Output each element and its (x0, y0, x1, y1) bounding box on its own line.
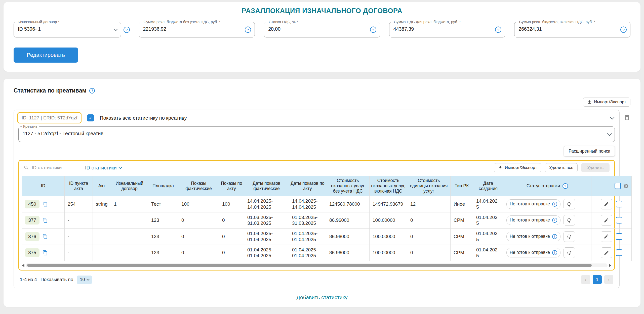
table-row: 375 - 123 0 0 01.04.2025- 01.04.2025 01.… (22, 245, 632, 261)
creative-panel-row: ID: 1127 | ERID: 5T2dYqzf ✓ Показать всю… (14, 110, 630, 288)
cell-unit-cost: 0 (407, 229, 451, 245)
import-export-button[interactable]: Импорт/Экспорт (583, 98, 630, 107)
field-value: ID 5306- 1 (18, 26, 108, 32)
search-icon (24, 165, 29, 170)
prev-page-button[interactable]: ‹ (581, 275, 590, 284)
scrollbar-thumb[interactable] (27, 264, 592, 267)
chevron-down-icon[interactable] (114, 27, 118, 31)
copy-icon[interactable] (43, 234, 48, 239)
per-page-select[interactable]: 10 (77, 276, 92, 284)
advanced-search-button[interactable]: Расширенный поиск (564, 146, 615, 156)
scroll-left-arrow[interactable] (22, 264, 24, 267)
horizontal-scrollbar[interactable] (22, 263, 612, 267)
search-field-dropdown[interactable]: ID статистики (85, 165, 122, 171)
cell-status: Не готов к отправке i (503, 212, 591, 229)
field-value: 221936,92 (143, 26, 242, 32)
vat-rate-field[interactable]: Ставка НДС, % * 20,00 ? (264, 22, 380, 37)
advanced-search-row: Расширенный поиск (18, 146, 615, 156)
page: РАЗАЛЛОКАЦИЯ ИЗНАЧАЛЬНОГО ДОГОВОРА Изнач… (0, 0, 644, 314)
edit-row-button[interactable] (601, 215, 612, 226)
delete-all-button[interactable]: Удалить все (545, 163, 578, 172)
cell-impressions-fact: 0 (178, 212, 219, 229)
row-checkbox[interactable] (616, 217, 622, 223)
cell-created: 01.04.2025 (473, 212, 503, 229)
refresh-button[interactable] (564, 199, 575, 209)
creative-panel-header[interactable]: ID: 1127 | ERID: 5T2dYqzf ✓ Показать всю… (14, 110, 619, 125)
header-unit-cost: Стоимость единицы оказания услуг (407, 176, 451, 196)
field-wrap-initial-contract: Изначальный договор * ID 5306- 1 ? (14, 22, 130, 37)
table-import-export-button[interactable]: Импорт/Экспорт (494, 163, 541, 172)
add-statistic-button[interactable]: Добавить статистику (297, 294, 348, 300)
row-checkbox[interactable] (616, 233, 622, 240)
help-icon[interactable]: ? (370, 27, 376, 33)
row-id-badge: 450 (25, 200, 39, 208)
page-1-button[interactable]: 1 (593, 275, 602, 284)
per-page-label: Показывать по (41, 277, 73, 282)
edit-row-button[interactable] (601, 199, 612, 209)
statistics-table-region: ID статистики Импорт/Экспорт Удалить все… (18, 160, 615, 271)
field-label: Сумма рекл. бюджета, включая НДС, руб. * (517, 20, 597, 24)
refresh-button[interactable] (564, 231, 575, 242)
cell-impressions-fact: 100 (178, 196, 219, 212)
help-icon[interactable]: ? (89, 88, 95, 94)
cell-cost-no-vat: 124560.78000 (326, 196, 370, 212)
help-icon[interactable]: ? (562, 183, 568, 189)
row-checkbox[interactable] (616, 201, 622, 207)
status-label: Не готов к отправке (510, 250, 550, 255)
select-all-checkbox[interactable] (615, 183, 621, 189)
info-icon[interactable]: i (552, 234, 557, 239)
header-impressions-act: Показы по акту (219, 176, 244, 196)
edit-row-button[interactable] (601, 247, 612, 258)
header-created: Дата создания (473, 176, 503, 196)
refresh-button[interactable] (564, 215, 575, 226)
vat-amount-field[interactable]: Сумма НДС для рекл. бюджета, руб. * 4438… (389, 22, 505, 37)
chevron-down-icon[interactable] (607, 131, 612, 136)
show-all-checkbox[interactable]: ✓ (87, 114, 94, 121)
stats-head: Статистика по креативам ? (14, 87, 630, 94)
row-id-badge: 376 (25, 232, 39, 241)
help-icon[interactable]: ? (495, 27, 501, 33)
row-checkbox[interactable] (616, 249, 622, 256)
search-input[interactable] (32, 165, 74, 170)
cell-dates-fact: 01.04.2025- 01.04.2025 (244, 229, 289, 245)
scrollbar-track[interactable] (26, 263, 608, 267)
initial-contract-select[interactable]: Изначальный договор * ID 5306- 1 (14, 22, 121, 37)
copy-icon[interactable] (43, 201, 48, 207)
help-icon[interactable]: ? (620, 27, 627, 33)
cell-status: Не готов к отправке i (503, 229, 591, 245)
info-icon[interactable]: i (552, 218, 557, 223)
delete-creative-button[interactable] (624, 114, 630, 122)
table-header-row: ID ID пункта акта Акт Изначальный догово… (22, 176, 632, 196)
cell-unit-cost: 0 (407, 245, 451, 261)
pagination: 1-4 из 4 Показывать по 10 ‹ 1 › (18, 275, 615, 284)
edit-row-button[interactable] (601, 231, 612, 242)
help-icon[interactable]: ? (245, 27, 251, 33)
chevron-down-icon[interactable] (610, 115, 614, 119)
info-icon[interactable]: i (552, 202, 557, 207)
copy-icon[interactable] (43, 218, 48, 223)
cell-impressions-act: 0 (219, 229, 244, 245)
chevron-down-icon (87, 278, 90, 281)
budget-with-vat-field[interactable]: Сумма рекл. бюджета, включая НДС, руб. *… (514, 22, 630, 37)
edit-button[interactable]: Редактировать (14, 48, 78, 63)
field-value: 1127 - 5T2dYqzf - Тестовый креатив (23, 131, 601, 137)
status-badge: Не готов к отправке i (506, 215, 560, 225)
budget-no-vat-field[interactable]: Сумма рекл. бюджета без учета НДС, руб. … (139, 22, 255, 37)
gear-icon[interactable] (623, 183, 629, 189)
cell-initial-contract (111, 212, 148, 229)
scroll-right-arrow[interactable] (609, 264, 611, 267)
help-icon[interactable]: ? (124, 27, 130, 33)
cell-impressions-act: 100 (219, 196, 244, 212)
delete-button[interactable]: Удалить (581, 163, 610, 172)
cell-cost-no-vat: 86.96000 (326, 245, 370, 261)
next-page-button[interactable]: › (604, 275, 613, 284)
copy-icon[interactable] (43, 250, 48, 255)
creative-select[interactable]: Креатив 1127 - 5T2dYqzf - Тестовый креат… (18, 126, 615, 142)
refresh-button[interactable] (564, 247, 575, 258)
cell-act (93, 245, 111, 261)
info-icon[interactable]: i (552, 250, 557, 255)
field-label: Сумма НДС для рекл. бюджета, руб. * (392, 20, 462, 24)
cell-rk-type: CPM (451, 245, 473, 261)
cell-id: 450 (22, 196, 65, 212)
search-box[interactable] (24, 165, 82, 170)
